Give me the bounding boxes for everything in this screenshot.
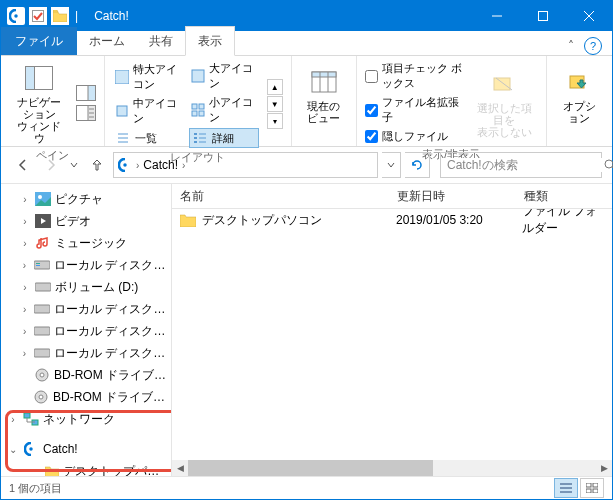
tree-videos[interactable]: ›ビデオ (1, 210, 171, 232)
tab-share[interactable]: 共有 (137, 27, 185, 55)
svg-rect-47 (35, 283, 51, 291)
nav-forward[interactable] (39, 153, 63, 177)
app-icon (7, 7, 25, 25)
svg-rect-3 (539, 12, 548, 21)
svg-rect-48 (34, 305, 50, 313)
current-view-button[interactable]: 現在の ビュー (300, 64, 348, 126)
qa-separator: | (73, 9, 80, 23)
breadcrumb[interactable]: › Catch! › (113, 152, 378, 178)
svg-point-52 (40, 373, 44, 377)
col-type[interactable]: 種類 (516, 188, 612, 205)
tab-view[interactable]: 表示 (185, 26, 235, 56)
search-input[interactable] (441, 158, 603, 172)
svg-point-54 (39, 395, 43, 399)
tree-local-c[interactable]: ›ローカル ディスク (C:) (1, 254, 171, 276)
item-type: ファイル フォルダー (514, 209, 612, 237)
tree-pictures[interactable]: ›ピクチャ (1, 188, 171, 210)
tree-desktop-pc[interactable]: デスクトップパソコン (1, 460, 171, 476)
svg-point-38 (123, 163, 127, 167)
ribbon: ナビゲーション ウィンドウ ペイン 特大アイコン 中アイコン 一覧 大アイコン … (1, 56, 612, 147)
tab-home[interactable]: ホーム (77, 27, 137, 55)
view-details-button[interactable] (554, 478, 578, 498)
nav-recent[interactable] (67, 153, 81, 177)
chk-hidden-files[interactable]: 隠しファイル (365, 128, 465, 145)
window-title: Catch! (86, 9, 129, 23)
tree-local-e[interactable]: ›ローカル ディスク (E:) (1, 298, 171, 320)
preview-pane-icon[interactable] (76, 85, 96, 101)
list-item[interactable]: デスクトップパソコン 2019/01/05 3:20 ファイル フォルダー (172, 209, 612, 231)
svg-rect-32 (312, 72, 336, 77)
layout-details[interactable]: 詳細 (189, 128, 259, 148)
svg-point-59 (29, 447, 33, 451)
list-pane: 名前 更新日時 種類 デスクトップパソコン 2019/01/05 3:20 ファ… (172, 184, 612, 476)
tree-music[interactable]: ›ミュージック (1, 232, 171, 254)
hscrollbar[interactable]: ◀ ▶ (172, 460, 612, 476)
collapse-ribbon-icon[interactable]: ˄ (568, 39, 574, 53)
status-bar: 1 個の項目 (1, 476, 612, 499)
breadcrumb-root-icon[interactable] (118, 158, 132, 172)
help-icon[interactable]: ? (584, 37, 602, 55)
tree-catch[interactable]: ⌄Catch! (1, 438, 171, 460)
svg-rect-55 (24, 413, 30, 418)
item-name: デスクトップパソコン (202, 212, 322, 229)
tree-local-f[interactable]: ›ローカル ディスク (F:) (1, 320, 171, 342)
tree-bdrom-h2[interactable]: BD-ROM ドライブ (H:) U (1, 386, 171, 408)
tab-file[interactable]: ファイル (1, 27, 77, 55)
layout-xlarge[interactable]: 特大アイコン (113, 61, 183, 93)
layout-list[interactable]: 一覧 (113, 129, 183, 147)
tree-bdrom-h[interactable]: BD-ROM ドライブ (H:) (1, 364, 171, 386)
layout-medium[interactable]: 中アイコン (113, 95, 183, 127)
svg-rect-64 (593, 483, 598, 487)
close-button[interactable] (566, 1, 612, 31)
chk-extensions[interactable]: ファイル名拡張子 (365, 94, 465, 126)
tree-local-g[interactable]: ›ローカル ディスク (G:) (1, 342, 171, 364)
svg-rect-65 (586, 489, 591, 493)
layout-scroll-down[interactable]: ▼ (267, 96, 283, 112)
breadcrumb-sep[interactable]: › (136, 160, 139, 171)
svg-rect-50 (34, 349, 50, 357)
qa-folder-icon[interactable] (51, 7, 69, 25)
col-modified[interactable]: 更新日時 (389, 188, 516, 205)
chk-item-checkboxes[interactable]: 項目チェック ボックス (365, 60, 465, 92)
svg-rect-9 (88, 86, 96, 101)
svg-rect-22 (199, 104, 204, 109)
tree-network[interactable]: ›ネットワーク (1, 408, 171, 430)
svg-rect-35 (494, 78, 510, 90)
details-pane-icon[interactable] (76, 105, 96, 121)
qa-checkbox-icon[interactable] (29, 7, 47, 25)
svg-rect-21 (192, 104, 197, 109)
svg-rect-45 (36, 263, 40, 264)
minimize-button[interactable] (474, 1, 520, 31)
svg-rect-46 (36, 265, 40, 266)
navigation-pane[interactable]: ›ピクチャ ›ビデオ ›ミュージック ›ローカル ディスク (C:) ›ボリュー… (1, 184, 172, 476)
search-icon[interactable] (603, 158, 613, 172)
file-list[interactable]: デスクトップパソコン 2019/01/05 3:20 ファイル フォルダー ◀ … (172, 209, 612, 476)
item-modified: 2019/01/05 3:20 (388, 213, 514, 227)
breadcrumb-sep[interactable]: › (182, 160, 185, 171)
refresh-button[interactable] (405, 152, 430, 178)
col-name[interactable]: 名前 (172, 188, 389, 205)
maximize-button[interactable] (520, 1, 566, 31)
ribbon-group-pane: ナビゲーション ウィンドウ ペイン (1, 56, 105, 146)
layout-scroll-up[interactable]: ▲ (267, 79, 283, 95)
svg-rect-24 (199, 111, 204, 116)
tree-vol-d[interactable]: ›ボリューム (D:) (1, 276, 171, 298)
hide-selected-button[interactable]: 選択した項目を 表示しない (471, 66, 538, 140)
view-icons-button[interactable] (580, 478, 604, 498)
svg-rect-16 (117, 106, 127, 116)
breadcrumb-dropdown[interactable] (382, 152, 401, 178)
layout-more[interactable]: ▾ (267, 113, 283, 129)
nav-pane-button[interactable]: ナビゲーション ウィンドウ (9, 60, 70, 146)
svg-rect-49 (34, 327, 50, 335)
layout-small[interactable]: 小アイコン (189, 94, 259, 126)
options-button[interactable]: オプション (555, 64, 604, 126)
breadcrumb-catch[interactable]: Catch! (143, 158, 178, 172)
svg-point-0 (14, 14, 18, 18)
svg-rect-15 (115, 70, 129, 84)
nav-back[interactable] (11, 153, 35, 177)
layout-large[interactable]: 大アイコン (189, 60, 259, 92)
nav-up[interactable] (85, 153, 109, 177)
svg-point-42 (38, 195, 42, 199)
search-box[interactable] (440, 152, 602, 178)
svg-rect-23 (192, 111, 197, 116)
